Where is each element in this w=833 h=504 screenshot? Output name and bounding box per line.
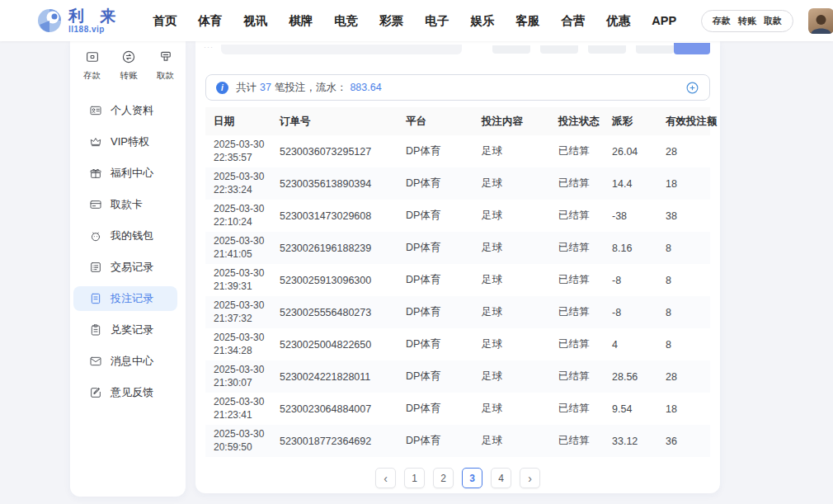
cell-bet-content: 足球 <box>473 209 550 223</box>
cell-bet-content: 足球 <box>473 177 550 191</box>
summary-middle: 笔投注，流水： <box>275 81 347 95</box>
filter-chip-clipped[interactable] <box>540 45 578 54</box>
sidebar-item-交易记录[interactable]: 交易记录 <box>73 255 177 280</box>
wallet-pill-转账[interactable]: 转账 <box>738 15 756 27</box>
avatar[interactable] <box>808 8 833 34</box>
nav-item-棋牌[interactable]: 棋牌 <box>289 13 313 29</box>
sidebar-item-VIP特权[interactable]: VIP特权 <box>73 130 177 154</box>
sidebar-item-label: 取款卡 <box>111 197 143 212</box>
top-navbar: 利 来 ll188.vip 首页体育视讯棋牌电竞彩票电子娱乐客服合营优惠APP … <box>0 0 833 41</box>
cell-platform: DP体育 <box>398 434 473 448</box>
nav-item-电子[interactable]: 电子 <box>425 13 449 29</box>
filter-chip-clipped[interactable] <box>636 45 674 54</box>
nav-item-首页[interactable]: 首页 <box>153 13 176 29</box>
nav-item-优惠[interactable]: 优惠 <box>606 13 630 29</box>
nav-item-娱乐[interactable]: 娱乐 <box>470 13 494 29</box>
sidebar-item-label: 个人资料 <box>111 103 153 118</box>
cell-payout: -8 <box>604 275 657 286</box>
cell-bet-content: 足球 <box>473 370 550 384</box>
pagination-prev-button[interactable]: ‹ <box>375 468 396 488</box>
cell-bet-status: 已结算 <box>550 177 604 191</box>
cell-valid-amount: 8 <box>657 243 710 254</box>
pagination-page-1[interactable]: 1 <box>404 468 425 488</box>
cell-payout: 9.54 <box>604 403 657 415</box>
table-row[interactable]: 2025-03-3021:41:05 5230026196188239 DP体育… <box>205 232 710 264</box>
nav-item-体育[interactable]: 体育 <box>198 13 222 29</box>
sidebar-item-意见反馈[interactable]: 意见反馈 <box>73 380 177 405</box>
table-row[interactable]: 2025-03-3022:33:24 5230035613890394 DP体育… <box>205 167 710 200</box>
table-row[interactable]: 2025-03-3021:30:07 5230024221828011 DP体育… <box>205 360 710 393</box>
cell-valid-amount: 8 <box>657 275 710 286</box>
sidebar-item-label: 意见反馈 <box>111 385 153 400</box>
cell-bet-content: 足球 <box>473 402 550 416</box>
pagination-page-4[interactable]: 4 <box>491 468 511 488</box>
sidebar-item-取款卡[interactable]: 取款卡 <box>73 192 177 217</box>
table-body: 2025-03-3022:35:57 5230036073295127 DP体育… <box>205 135 710 457</box>
transaction-icon <box>89 261 102 274</box>
gift-icon <box>89 167 102 180</box>
pagination-page-2[interactable]: 2 <box>433 468 454 488</box>
site-logo[interactable]: 利 来 ll188.vip <box>37 8 121 34</box>
cell-date: 2025-03-3021:23:41 <box>205 396 271 422</box>
filter-chip-clipped[interactable] <box>588 45 626 54</box>
cell-order-number: 5230031473029608 <box>271 210 398 222</box>
cell-payout: 14.4 <box>604 178 657 190</box>
column-header-平台: 平台 <box>398 115 473 129</box>
nav-item-彩票[interactable]: 彩票 <box>379 13 403 29</box>
quick-action-存款[interactable]: 存款 <box>83 49 101 82</box>
wallet-pill-取款[interactable]: 取款 <box>764 15 782 27</box>
sidebar-item-label: 消息中心 <box>111 354 153 369</box>
bet-record-icon <box>89 292 102 305</box>
sidebar-item-消息中心[interactable]: 消息中心 <box>73 349 177 374</box>
cell-bet-content: 足球 <box>473 305 550 319</box>
sidebar-item-福利中心[interactable]: 福利中心 <box>73 161 177 186</box>
sidebar: 存款转账取款 个人资料VIP特权福利中心取款卡我的钱包交易记录投注记录兑奖记录消… <box>70 41 186 497</box>
filter-date-input-clipped[interactable] <box>221 45 462 54</box>
page-background: 存款转账取款 个人资料VIP特权福利中心取款卡我的钱包交易记录投注记录兑奖记录消… <box>0 41 833 504</box>
cell-date: 2025-03-3022:33:24 <box>205 171 271 196</box>
quick-action-转账[interactable]: 转账 <box>120 49 138 82</box>
quick-action-取款[interactable]: 取款 <box>157 49 174 82</box>
nav-item-电竞[interactable]: 电竞 <box>334 13 358 29</box>
cell-bet-status: 已结算 <box>550 370 604 384</box>
table-row[interactable]: 2025-03-3021:23:41 5230023064884007 DP体育… <box>205 393 710 425</box>
filter-chip-clipped[interactable] <box>492 45 530 54</box>
cell-valid-amount: 28 <box>657 146 710 158</box>
nav-item-合营[interactable]: 合营 <box>561 13 585 29</box>
cell-bet-status: 已结算 <box>550 337 604 351</box>
pagination-next-button[interactable]: › <box>520 468 540 488</box>
cell-bet-content: 足球 <box>473 273 550 287</box>
sidebar-item-投注记录[interactable]: 投注记录 <box>73 286 177 311</box>
cell-bet-status: 已结算 <box>550 434 604 448</box>
nav-item-客服[interactable]: 客服 <box>515 13 539 29</box>
table-row[interactable]: 2025-03-3020:59:50 5230018772364692 DP体育… <box>205 425 710 457</box>
sidebar-item-个人资料[interactable]: 个人资料 <box>73 98 177 123</box>
column-header-投注状态: 投注状态 <box>550 115 604 129</box>
cell-order-number: 5230023064884007 <box>271 403 398 415</box>
cell-valid-amount: 8 <box>657 307 710 318</box>
feedback-icon <box>89 386 102 399</box>
user-info[interactable]: anxin3399 总资产： 1363.49元 永久域名： ll188.vip … <box>808 8 833 34</box>
table-row[interactable]: 2025-03-3022:10:24 5230031473029608 DP体育… <box>205 200 710 232</box>
cell-order-number: 5230036073295127 <box>271 146 398 158</box>
column-header-有效投注额: 有效投注额 <box>657 115 710 129</box>
sidebar-item-我的钱包[interactable]: 我的钱包 <box>73 224 177 248</box>
column-header-投注内容: 投注内容 <box>473 115 550 129</box>
wallet-icon <box>89 229 102 243</box>
search-button-clipped[interactable] <box>674 43 710 54</box>
wallet-quick-pill: 存款转账取款 <box>701 10 793 32</box>
wallet-pill-存款[interactable]: 存款 <box>713 15 731 27</box>
nav-item-APP[interactable]: APP <box>652 14 676 27</box>
pagination-page-3[interactable]: 3 <box>462 468 482 488</box>
circle-plus-icon[interactable] <box>685 81 699 95</box>
filter-row-clipped: ··· <box>195 41 720 56</box>
table-row[interactable]: 2025-03-3022:35:57 5230036073295127 DP体育… <box>205 135 710 167</box>
table-row[interactable]: 2025-03-3021:39:31 5230025913096300 DP体育… <box>205 264 710 296</box>
bet-records-table: 日期订单号平台投注内容投注状态派彩有效投注额 2025-03-3022:35:5… <box>205 107 710 457</box>
nav-item-视讯[interactable]: 视讯 <box>243 13 267 29</box>
sidebar-item-兑奖记录[interactable]: 兑奖记录 <box>73 318 177 342</box>
table-header-row: 日期订单号平台投注内容投注状态派彩有效投注额 <box>205 107 710 135</box>
main-nav: 首页体育视讯棋牌电竞彩票电子娱乐客服合营优惠APP <box>153 13 676 29</box>
table-row[interactable]: 2025-03-3021:34:28 5230025004822650 DP体育… <box>205 328 710 360</box>
table-row[interactable]: 2025-03-3021:37:32 5230025556480273 DP体育… <box>205 296 710 328</box>
